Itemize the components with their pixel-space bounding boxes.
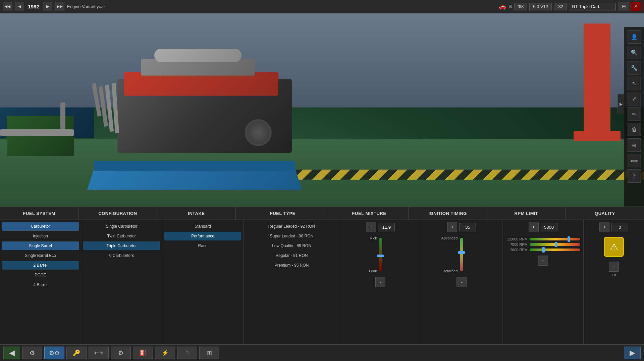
- fuel-type-section: Regular Leaded - 92 RON Super Leaded - 9…: [244, 220, 340, 344]
- fuel-system-header: Fuel System: [0, 207, 78, 220]
- variant-label: Engine Variant year: [67, 4, 489, 9]
- engine-block-group: [107, 69, 275, 153]
- nav-tab-engine[interactable]: ⚙: [22, 347, 42, 359]
- config-6carb-btn[interactable]: 6 Carburetors: [83, 251, 160, 260]
- fuel-mixture-header: Fuel Mixture: [330, 207, 409, 220]
- fuel-rich-label: Rich: [370, 236, 377, 240]
- sidebar-search-icon[interactable]: 🔍: [628, 46, 641, 59]
- fuel-mixture-plus-btn[interactable]: +: [366, 222, 376, 232]
- quality-minus-btn[interactable]: -: [609, 262, 619, 272]
- fuel-super-leaded-btn[interactable]: Super Leaded - 98 RON: [246, 232, 338, 240]
- sidebar-move-icon[interactable]: ⟺: [628, 154, 641, 167]
- nav-tab-key[interactable]: 🔑: [66, 347, 87, 359]
- sidebar-cursor-icon[interactable]: ↖: [628, 77, 641, 90]
- configuration-header: Configuration: [78, 207, 157, 220]
- fuel-single-barrel-eco-btn[interactable]: Single Barrel Eco: [2, 251, 79, 260]
- prev-prev-btn[interactable]: ◀◀: [3, 2, 12, 11]
- fuel-regular91-btn[interactable]: Regular - 91 RON: [246, 251, 338, 260]
- intake-standard-btn[interactable]: Standard: [164, 222, 241, 231]
- fuel-lean-label: Lean: [369, 269, 377, 273]
- bottom-panel: Fuel System Configuration Intake Fuel Ty…: [0, 207, 644, 361]
- fuel-type-header: Fuel Type: [236, 207, 330, 220]
- fuel-premium95-btn[interactable]: Premium - 95 RON: [246, 261, 338, 270]
- ignition-minus-btn[interactable]: -: [457, 277, 467, 287]
- intake-race-btn[interactable]: Race: [164, 241, 241, 250]
- quality-header: Quality: [566, 207, 644, 220]
- badge-year2: '82: [554, 3, 567, 10]
- badge-year1: '68: [514, 3, 527, 10]
- rpm-minus-btn[interactable]: -: [538, 256, 548, 266]
- rpm-limit-section: + 5800 12,000 RPM 7000 RPM: [502, 220, 584, 344]
- next-btn[interactable]: ▶: [43, 2, 52, 11]
- configuration-section: Single Carburetor Twin Carburetor Triple…: [81, 220, 162, 344]
- engine-stand-top: [94, 161, 295, 171]
- close-btn[interactable]: ✕: [631, 2, 641, 11]
- nav-tab-gear[interactable]: ⚙: [111, 347, 131, 359]
- engine-spec: 6.0 V12: [529, 3, 552, 10]
- next-next-btn[interactable]: ▶▶: [55, 2, 64, 11]
- minimize-btn[interactable]: ⊟: [619, 2, 629, 11]
- ignition-plus-btn[interactable]: +: [447, 222, 457, 232]
- forward-btn[interactable]: ▶: [624, 347, 641, 359]
- sidebar-delete-icon[interactable]: 🗑: [628, 123, 641, 136]
- fuel-dcoe-btn[interactable]: DCOE: [2, 271, 79, 279]
- sidebar-resize-icon[interactable]: ⤢: [628, 92, 641, 105]
- prev-btn[interactable]: ◀: [15, 2, 24, 11]
- fuel-carburetor-btn[interactable]: Carburetor: [2, 222, 79, 231]
- fuel-single-barrel-btn[interactable]: Single Barrel: [2, 241, 79, 250]
- nav-tab-tuning[interactable]: ⚙⚙: [44, 347, 64, 359]
- config-triple-carb-btn[interactable]: Triple Carburetor: [83, 241, 160, 250]
- fuel-low-quality-btn[interactable]: Low Quality - 85 RON: [246, 241, 338, 250]
- engine-background: [0, 13, 644, 207]
- sidebar-add-icon[interactable]: ⊕: [628, 138, 641, 152]
- right-sidebar: 👤 🔍 🔧 ↖ ⤢ ▶ ✏ 🗑 ⊕ ⟺ ?: [624, 27, 644, 207]
- ignition-retarded-label: Retarded: [442, 269, 458, 273]
- sidebar-question-icon[interactable]: ?: [628, 169, 641, 183]
- intake-header: Intake: [157, 207, 236, 220]
- nav-tab-lines[interactable]: ≡: [177, 347, 197, 359]
- nav-tab-arrows[interactable]: ⟷: [89, 347, 109, 359]
- fuel-mixture-slider-track: [379, 238, 382, 271]
- rpm-plus-btn[interactable]: +: [529, 222, 539, 232]
- ignition-advanced-label: Advanced: [441, 236, 458, 240]
- nav-tab-bolt[interactable]: ⚡: [155, 347, 175, 359]
- ignition-slider-thumb[interactable]: [458, 251, 465, 254]
- rpm-slider-thumb-low[interactable]: [542, 247, 545, 253]
- quality-warning-badge: ⚠: [604, 237, 624, 257]
- fuel-mixture-section: + 11.9 Rich Lean -: [340, 220, 421, 344]
- sidebar-expand-btn[interactable]: ▶: [618, 94, 624, 114]
- ignition-timing-section: + 35 Advanced Retarded -: [421, 220, 502, 344]
- ignition-slider-track: [460, 238, 463, 271]
- sidebar-tools-icon[interactable]: 🔧: [628, 61, 641, 75]
- fuel-4barrel-btn[interactable]: 4 Barrel: [2, 280, 79, 289]
- ignition-value: 35: [459, 223, 476, 231]
- config-single-carb-btn[interactable]: Single Carburetor: [83, 222, 160, 231]
- config-twin-carb-btn[interactable]: Twin Carburetor: [83, 232, 160, 240]
- nav-tab-grid[interactable]: ⊞: [199, 347, 219, 359]
- sidebar-pencil-icon[interactable]: ✏: [628, 107, 641, 121]
- quality-section: + 0 ⚠ - +0: [584, 220, 644, 344]
- rpm-value: 5800: [541, 223, 557, 231]
- sidebar-person-icon[interactable]: 👤: [628, 30, 641, 44]
- intake-section: Standard Performance Race: [162, 220, 244, 344]
- fuel-2barrel-btn[interactable]: 2 Barrel: [2, 261, 79, 270]
- fuel-injection-btn[interactable]: Injection: [2, 232, 79, 240]
- fuel-mixture-minus-btn[interactable]: -: [375, 277, 385, 287]
- rpm-low-label: 2000 RPM: [506, 248, 528, 252]
- rpm-high-label: 12,000 RPM: [506, 237, 528, 241]
- bottom-nav: ◀ ⚙ ⚙⚙ 🔑 ⟷ ⚙ ⛽ ⚡ ≡ ⊞ ▶: [0, 344, 644, 361]
- quality-offset: +0: [612, 273, 616, 277]
- rpm-slider-thumb-mid[interactable]: [555, 242, 557, 247]
- back-btn[interactable]: ◀: [3, 347, 20, 359]
- engine-stand-right: [584, 24, 610, 141]
- fuel-regular-leaded-btn[interactable]: Regular Leaded - 92 RON: [246, 222, 338, 231]
- fuel-mixture-slider-thumb[interactable]: [377, 255, 384, 257]
- quality-plus-btn[interactable]: +: [599, 222, 609, 232]
- nav-tab-fuel[interactable]: ⛽: [133, 347, 153, 359]
- engine-name-input[interactable]: [569, 3, 616, 10]
- rpm-slider-thumb-high[interactable]: [568, 236, 570, 242]
- quality-value: 0: [611, 223, 628, 231]
- top-bar: ◀◀ ◀ 1982 ▶ ▶▶ Engine Variant year 🚗 ⊞ '…: [0, 0, 644, 13]
- main-3d-view: 👤 🔍 🔧 ↖ ⤢ ▶ ✏ 🗑 ⊕ ⟺ ?: [0, 13, 644, 207]
- intake-performance-btn[interactable]: Performance: [164, 232, 241, 240]
